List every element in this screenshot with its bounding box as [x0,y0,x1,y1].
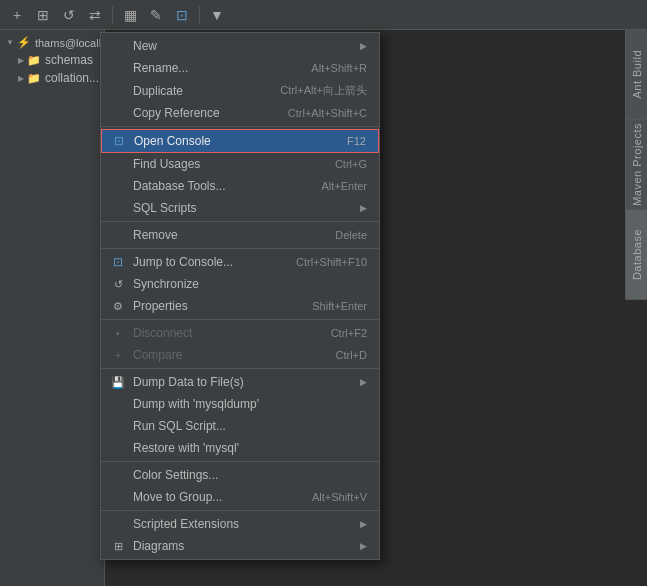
menu-shortcut-move-to-group: Alt+Shift+V [312,491,367,503]
menu-item-scripted-extensions[interactable]: Scripted Extensions ▶ [101,513,379,535]
sep-after-remove [101,248,379,249]
submenu-arrow-new: ▶ [360,41,367,51]
menu-item-rename[interactable]: Rename... Alt+Shift+R [101,57,379,79]
menu-item-open-console[interactable]: ⊡ Open Console F12 [101,129,379,153]
menu-item-sql-scripts[interactable]: SQL Scripts ▶ [101,197,379,219]
side-tabs-container: Ant Build Maven Projects Database [625,30,647,300]
menu-item-properties[interactable]: ⚙ Properties Shift+Enter [101,295,379,317]
db-icon-root: ⚡ [17,36,31,49]
menu-shortcut-disconnect: Ctrl+F2 [331,327,367,339]
sep-after-sql-scripts [101,221,379,222]
menu-label-synchronize: Synchronize [133,277,367,291]
sep-after-copy-reference [101,126,379,127]
menu-label-dump-mysqldump: Dump with 'mysqldump' [133,397,367,411]
toolbar-sep2 [199,6,200,24]
database-tab[interactable]: Database [625,210,647,300]
menu-item-diagrams[interactable]: ⊞ Diagrams ▶ [101,535,379,557]
menu-label-find-usages: Find Usages [133,157,325,171]
toolbar-sep1 [112,6,113,24]
menu-label-scripted-extensions: Scripted Extensions [133,517,354,531]
toolbar-grid-button[interactable]: ⊞ [32,4,54,26]
database-label: Database [631,229,643,280]
sync-icon: ↺ [109,275,127,293]
ant-build-label: Ant Build [631,50,643,99]
toolbar-filter-button[interactable]: ▼ [206,4,228,26]
disconnect-icon: ▪ [109,324,127,342]
maven-projects-label: Maven Projects [631,123,643,206]
menu-item-compare: + Compare Ctrl+D [101,344,379,366]
menu-label-compare: Compare [133,348,326,362]
menu-label-color-settings: Color Settings... [133,468,367,482]
sep-after-properties [101,319,379,320]
submenu-arrow-diagrams: ▶ [360,541,367,551]
menu-label-restore-mysql: Restore with 'mysql' [133,441,367,455]
toolbar-console-button[interactable]: ⊡ [171,4,193,26]
menu-item-duplicate[interactable]: Duplicate Ctrl+Alt+向上箭头 [101,79,379,102]
tree-label-collation: collation... [45,71,99,85]
menu-label-duplicate: Duplicate [133,84,270,98]
toolbar-edit-button[interactable]: ✎ [145,4,167,26]
tree-arrow-root: ▼ [6,38,14,47]
menu-label-dump-data: Dump Data to File(s) [133,375,354,389]
menu-item-dump-data[interactable]: 💾 Dump Data to File(s) ▶ [101,371,379,393]
console-icon: ⊡ [110,132,128,150]
tree-label-schemas: schemas [45,53,93,67]
menu-item-synchronize[interactable]: ↺ Synchronize [101,273,379,295]
toolbar: + ⊞ ↺ ⇄ ▦ ✎ ⊡ ▼ [0,0,647,30]
submenu-arrow-dump: ▶ [360,377,367,387]
submenu-arrow-scripted: ▶ [360,519,367,529]
menu-label-move-to-group: Move to Group... [133,490,302,504]
menu-item-run-sql[interactable]: Run SQL Script... [101,415,379,437]
menu-item-find-usages[interactable]: Find Usages Ctrl+G [101,153,379,175]
jump-console-icon: ⊡ [109,253,127,271]
menu-shortcut-find-usages: Ctrl+G [335,158,367,170]
toolbar-sync-button[interactable]: ⇄ [84,4,106,26]
diagrams-icon: ⊞ [109,537,127,555]
menu-item-new[interactable]: New ▶ [101,35,379,57]
menu-shortcut-duplicate: Ctrl+Alt+向上箭头 [280,83,367,98]
tree-arrow-schemas: ▶ [18,56,24,65]
folder-icon-collation: 📁 [27,72,41,85]
properties-icon: ⚙ [109,297,127,315]
tree-item-root[interactable]: ▼ ⚡ thams@localhost_5... [0,34,104,51]
tree-item-collation[interactable]: ▶ 📁 collation... [0,69,104,87]
menu-item-remove[interactable]: Remove Delete [101,224,379,246]
menu-label-new: New [133,39,354,53]
menu-shortcut-jump-console: Ctrl+Shift+F10 [296,256,367,268]
menu-item-disconnect: ▪ Disconnect Ctrl+F2 [101,322,379,344]
menu-item-dump-mysqldump[interactable]: Dump with 'mysqldump' [101,393,379,415]
sep-after-restore [101,461,379,462]
sep-after-move [101,510,379,511]
menu-shortcut-properties: Shift+Enter [312,300,367,312]
tree-panel: ▼ ⚡ thams@localhost_5... ▶ 📁 schemas ▶ 📁… [0,30,105,586]
menu-item-jump-console[interactable]: ⊡ Jump to Console... Ctrl+Shift+F10 [101,251,379,273]
menu-label-run-sql: Run SQL Script... [133,419,367,433]
menu-shortcut-rename: Alt+Shift+R [311,62,367,74]
maven-projects-tab[interactable]: Maven Projects [625,120,647,210]
menu-item-restore-mysql[interactable]: Restore with 'mysql' [101,437,379,459]
submenu-arrow-sql: ▶ [360,203,367,213]
menu-label-rename: Rename... [133,61,301,75]
menu-shortcut-database-tools: Alt+Enter [321,180,367,192]
menu-label-remove: Remove [133,228,325,242]
toolbar-add-button[interactable]: + [6,4,28,26]
menu-shortcut-open-console: F12 [347,135,366,147]
dump-icon: 💾 [109,373,127,391]
toolbar-table-button[interactable]: ▦ [119,4,141,26]
menu-item-color-settings[interactable]: Color Settings... [101,464,379,486]
menu-item-database-tools[interactable]: Database Tools... Alt+Enter [101,175,379,197]
tree-arrow-collation: ▶ [18,74,24,83]
menu-label-database-tools: Database Tools... [133,179,311,193]
menu-label-jump-console: Jump to Console... [133,255,286,269]
main-area: ▼ ⚡ thams@localhost_5... ▶ 📁 schemas ▶ 📁… [0,30,647,586]
menu-label-copy-reference: Copy Reference [133,106,278,120]
menu-item-copy-reference[interactable]: Copy Reference Ctrl+Alt+Shift+C [101,102,379,124]
tree-item-schemas[interactable]: ▶ 📁 schemas [0,51,104,69]
menu-item-move-to-group[interactable]: Move to Group... Alt+Shift+V [101,486,379,508]
sep-after-compare [101,368,379,369]
menu-label-properties: Properties [133,299,302,313]
menu-label-diagrams: Diagrams [133,539,354,553]
toolbar-refresh-button[interactable]: ↺ [58,4,80,26]
menu-shortcut-copy-reference: Ctrl+Alt+Shift+C [288,107,367,119]
ant-build-tab[interactable]: Ant Build [625,30,647,120]
